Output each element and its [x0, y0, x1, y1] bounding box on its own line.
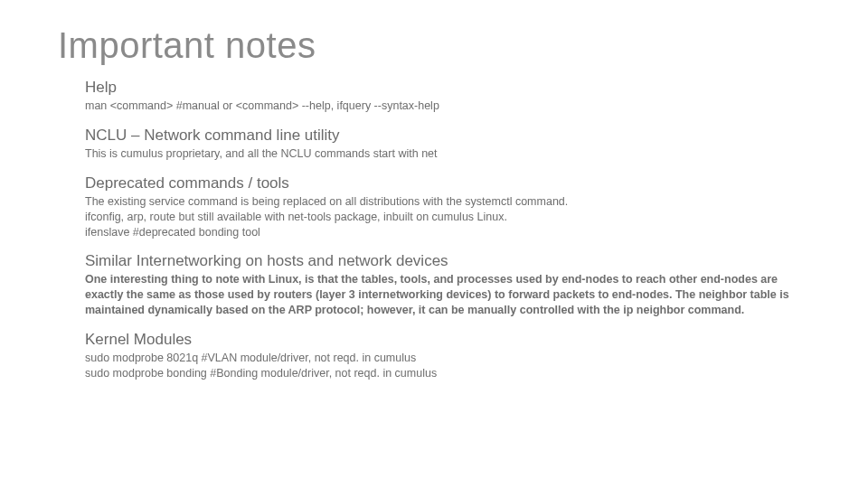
page-title: Important notes [58, 25, 810, 66]
section-heading-deprecated: Deprecated commands / tools [85, 174, 810, 192]
section-help: Help man <command> #manual or <command> … [58, 79, 810, 114]
section-kernel: Kernel Modules sudo modprobe 8021q #VLAN… [58, 331, 810, 381]
similar-body-text: One interesting thing to note with Linux… [85, 272, 810, 318]
kernel-line1: sudo modprobe 8021q #VLAN module/driver,… [85, 351, 810, 366]
section-nclu: NCLU – Network command line utility This… [58, 127, 810, 162]
section-heading-similar: Similar Internetworking on hosts and net… [85, 252, 810, 270]
section-heading-help: Help [85, 79, 810, 97]
section-heading-nclu: NCLU – Network command line utility [85, 127, 810, 145]
section-body-kernel: sudo modprobe 8021q #VLAN module/driver,… [85, 351, 810, 381]
slide: Important notes Help man <command> #manu… [0, 0, 868, 488]
section-similar: Similar Internetworking on hosts and net… [58, 252, 810, 318]
kernel-line2: sudo modprobe bonding #Bonding module/dr… [85, 366, 810, 381]
section-body-similar: One interesting thing to note with Linux… [85, 272, 810, 318]
section-heading-kernel: Kernel Modules [85, 331, 810, 349]
deprecated-line2: ifconfig, arp, route but still available… [85, 210, 810, 225]
section-body-deprecated: The existing service command is being re… [85, 194, 810, 240]
deprecated-line3: ifenslave #deprecated bonding tool [85, 225, 810, 240]
section-deprecated: Deprecated commands / tools The existing… [58, 174, 810, 240]
section-body-help: man <command> #manual or <command> --hel… [85, 99, 810, 114]
deprecated-line1: The existing service command is being re… [85, 194, 810, 210]
section-body-nclu: This is cumulus proprietary, and all the… [85, 146, 810, 162]
nclu-body-text: This is cumulus proprietary, and all the… [85, 146, 810, 162]
help-body-text: man <command> #manual or <command> --hel… [85, 99, 810, 114]
